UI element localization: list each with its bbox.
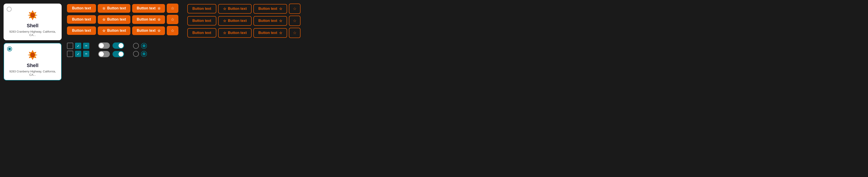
outlined-btn-1-4[interactable]: ☆ [289,4,301,14]
toggle-knob-on-1 [119,43,123,48]
card-content-unselected: Shell 9283 Cranberry Highway, California… [7,7,58,37]
checkbox-empty-1[interactable] [67,43,73,49]
filled-btn-3-4[interactable]: ☆ [167,26,178,35]
star-icon-outlined-1-4: ☆ [293,6,297,11]
outlined-btn-3-1[interactable]: Button text [187,28,216,37]
cards-section: Shell 9283 Cranberry Highway, California… [4,4,62,81]
filled-btn-2-4[interactable]: ☆ [167,15,178,24]
outlined-btn-3-2[interactable]: ☆ Button text [218,28,252,38]
radio-selected-2[interactable] [141,51,147,57]
radio-unselected-2[interactable] [133,51,139,57]
toggle-off-2[interactable] [98,51,110,57]
card-title-selected: Shell [27,63,39,68]
card-radio-unselected[interactable] [7,7,11,11]
toggle-knob-off-1 [99,43,104,48]
star-icon-1-3: ☆ [157,6,160,10]
main-content: Button text ☆ Button text Button text ☆ … [67,4,864,57]
outlined-btn-3-3[interactable]: Button text ☆ [253,28,287,38]
shell-logo-selected [26,49,39,61]
star-icon-outlined-1-3: ☆ [279,7,282,11]
outlined-btn-2-3[interactable]: Button text ☆ [253,16,287,26]
toggle-row-2 [98,51,124,57]
card-unselected[interactable]: Shell 9283 Cranberry Highway, California… [4,4,62,40]
outlined-button-row-3: Button text ☆ Button text Button text ☆ … [187,28,301,38]
toggle-on-2[interactable] [113,51,124,57]
star-icon-3-2: ☆ [102,29,105,33]
checkbox-minus-1[interactable]: − [83,43,89,49]
card-content-selected: Shell 9283 Cranberry Highway, California… [8,47,58,77]
outlined-btn-3-4[interactable]: ☆ [289,28,301,38]
toggle-knob-on-2 [119,52,123,57]
outlined-btn-1-1[interactable]: Button text [187,4,216,13]
filled-btn-2-2[interactable]: ☆ Button text [98,15,130,24]
outlined-button-row-2: Button text ☆ Button text Button text ☆ … [187,16,301,26]
filled-btn-2-3[interactable]: Button text ☆ [132,15,165,24]
shell-logo-unselected [26,9,39,22]
star-icon-outlined-3-2: ☆ [223,31,226,35]
outlined-buttons-section: Button text ☆ Button text Button text ☆ … [187,4,301,38]
outlined-btn-1-2[interactable]: ☆ Button text [218,4,252,13]
filled-btn-3-1[interactable]: Button text [67,26,96,35]
filled-btn-1-3[interactable]: Button text ☆ [132,4,165,13]
filled-button-row-1: Button text ☆ Button text Button text ☆ … [67,4,178,13]
toggle-row-1 [98,42,124,49]
radio-unselected-1[interactable] [133,43,139,49]
star-icon-outlined-3-4: ☆ [293,30,297,35]
star-icon-1-2: ☆ [102,6,105,10]
star-icon-outlined-1-2: ☆ [223,7,226,11]
star-icon-3-4: ☆ [171,28,174,33]
svg-point-0 [30,13,35,18]
checkbox-checked-1[interactable]: ✓ [75,43,81,49]
checkbox-group: ✓ − ✓ − [67,43,89,57]
outlined-btn-2-1[interactable]: Button text [187,16,216,26]
filled-btn-3-3[interactable]: Button text ☆ [132,26,165,35]
card-title-unselected: Shell [27,23,39,29]
star-icon-outlined-2-4: ☆ [293,18,297,23]
filled-button-row-2: Button text ☆ Button text Button text ☆ … [67,15,178,24]
star-icon-outlined-3-3: ☆ [279,31,282,35]
controls-row: ✓ − ✓ − [67,42,178,57]
checkbox-empty-2[interactable] [67,51,73,57]
card-selected[interactable]: Shell 9283 Cranberry Highway, California… [4,43,62,81]
toggle-group [98,42,124,57]
filled-button-row-3: Button text ☆ Button text Button text ☆ … [67,26,178,35]
checkbox-minus-2[interactable]: − [83,51,89,57]
radio-selected-1[interactable] [141,43,147,49]
svg-point-1 [30,53,35,57]
card-radio-selected[interactable] [7,47,12,51]
filled-btn-1-2[interactable]: ☆ Button text [98,4,130,13]
star-icon-2-2: ☆ [102,18,105,22]
star-icon-outlined-2-2: ☆ [223,19,226,23]
filled-btn-1-1[interactable]: Button text [67,4,96,12]
checkbox-checked-2[interactable]: ✓ [75,51,81,57]
star-icon-2-4: ☆ [171,17,174,22]
filled-buttons-section: Button text ☆ Button text Button text ☆ … [67,4,178,57]
outlined-btn-1-3[interactable]: Button text ☆ [253,4,287,13]
outlined-btn-2-4[interactable]: ☆ [289,16,301,26]
toggle-on-1[interactable] [113,42,124,49]
filled-btn-2-1[interactable]: Button text [67,15,96,24]
star-icon-1-4: ☆ [171,6,174,11]
filled-btn-3-2[interactable]: ☆ Button text [98,26,130,35]
star-icon-outlined-2-3: ☆ [279,19,282,23]
toggle-knob-off-2 [99,52,104,57]
filled-btn-1-4[interactable]: ☆ [167,4,178,13]
outlined-button-row-1: Button text ☆ Button text Button text ☆ … [187,4,301,14]
star-icon-3-3: ☆ [157,29,160,33]
toggle-off-1[interactable] [98,42,110,49]
card-address-unselected: 9283 Cranberry Highway, California, CA..… [7,30,58,37]
star-icon-2-3: ☆ [157,18,160,22]
outlined-btn-2-2[interactable]: ☆ Button text [218,16,252,26]
radio-group [133,43,147,57]
card-address-selected: 9283 Cranberry Highway, California, CA..… [8,70,58,77]
